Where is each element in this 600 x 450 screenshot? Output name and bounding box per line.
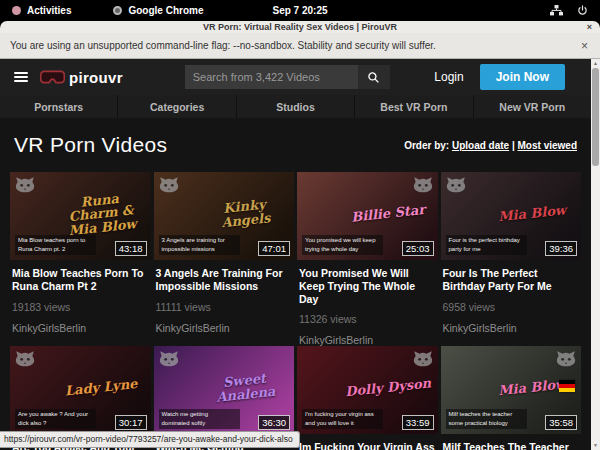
video-meta: Im Fucking Your Virgin Ass And You Will … (297, 434, 438, 450)
thumbnail-overlay-subtitle: Mia Blow teaches porn to Runa Charm pt. … (15, 235, 96, 255)
tab-close-icon[interactable]: × (587, 21, 592, 33)
search-input[interactable] (185, 65, 358, 89)
video-title[interactable]: Mia Blow Teaches Porn To Runa Charm Pt 2 (12, 267, 149, 294)
system-top-bar: Activities Google Chrome Sep 7 20:25 (0, 0, 600, 21)
video-thumbnail[interactable]: Dolly Dyson I'm fucking your virgin ass … (297, 346, 438, 434)
video-duration-badge: 35:58 (545, 415, 577, 430)
video-card[interactable]: Kinky Angels 3 Angels are training for i… (154, 172, 295, 346)
video-views: 11111 views (156, 301, 293, 313)
video-views: 11326 views (299, 313, 436, 325)
video-duration-badge: 39:36 (545, 241, 577, 256)
scrollbar-thumb[interactable] (592, 68, 599, 166)
thumbnail-overlay-subtitle: You promised we will keep trying the who… (302, 235, 383, 255)
video-title[interactable]: Four Is The Perfect Birthday Party For M… (443, 267, 580, 294)
menu-icon[interactable] (14, 72, 28, 82)
video-studio-link[interactable]: KinkyGirlsBerlin (299, 334, 436, 346)
video-studio-link[interactable]: KinkyGirlsBerlin (156, 322, 293, 334)
video-thumbnail[interactable]: Kinky Angels 3 Angels are training for i… (154, 172, 295, 260)
status-url-tooltip: https://pirouvr.com/vr-porn-video/779325… (0, 431, 300, 448)
video-grid: Runa Charm & Mia Blow Mia Blow teaches p… (0, 172, 591, 450)
nav-item-new[interactable]: New VR Porn (474, 95, 591, 118)
scrollbar-down-icon[interactable]: ▼ (591, 441, 600, 450)
chrome-warning-infobar: You are using an unsupported command-lin… (0, 33, 600, 59)
site-logo-text: pirouvr (69, 69, 123, 86)
video-studio-link[interactable]: KinkyGirlsBerlin (12, 322, 149, 334)
scrollbar-up-icon[interactable]: ▲ (591, 59, 600, 68)
video-thumbnail[interactable]: Lady Lyne Are you awake ? And your dick … (10, 346, 151, 434)
video-duration-badge: 43:18 (115, 241, 147, 256)
browser-tab-bar: VR Porn: Virtual Reality Sex Videos | Pi… (0, 21, 600, 33)
browser-viewport: pirouvr Login Join Now Pornstars Categor… (0, 59, 600, 450)
video-card[interactable]: Dolly Dyson I'm fucking your virgin ass … (297, 346, 438, 450)
scrollbar[interactable]: ▲ ▼ (591, 59, 600, 450)
order-by: Order by: Upload date | Most viewed (404, 140, 577, 151)
main-nav: Pornstars Categories Studios Best VR Por… (0, 95, 591, 118)
video-thumbnail[interactable]: Sweet Analena Watch me getting dominated… (154, 346, 295, 434)
thumbnail-overlay-subtitle: Watch me getting dominated softly (159, 409, 240, 429)
video-title[interactable]: Im Fucking Your Virgin Ass And You Will … (299, 441, 436, 450)
video-meta: Milf Teaches The Teacher Some Practical … (441, 434, 582, 450)
site-logo[interactable]: pirouvr (40, 69, 123, 86)
order-most-viewed-link[interactable]: Most viewed (518, 140, 577, 151)
nav-item-pornstars[interactable]: Pornstars (0, 95, 117, 118)
video-card[interactable]: Mia Blow Four is the perfect birthday pa… (441, 172, 582, 346)
video-duration-badge: 30:17 (115, 415, 147, 430)
video-card[interactable]: Billie Star You promised we will keep tr… (297, 172, 438, 346)
nav-item-studios[interactable]: Studios (237, 95, 354, 118)
video-views: 19183 views (12, 301, 149, 313)
video-thumbnail[interactable]: Billie Star You promised we will keep tr… (297, 172, 438, 260)
search-button[interactable] (358, 65, 390, 89)
video-thumbnail[interactable]: Mia Blow Milf teaches the teacher some p… (441, 346, 582, 434)
video-studio-link[interactable]: KinkyGirlsBerlin (443, 322, 580, 334)
thumbnail-overlay-subtitle: Are you awake ? And your dick also ? (15, 409, 96, 429)
video-title[interactable]: Milf Teaches The Teacher Some Practical … (443, 441, 580, 450)
video-card[interactable]: Mia Blow Milf teaches the teacher some p… (441, 346, 582, 450)
german-flag-icon (559, 380, 575, 392)
network-tray-icon[interactable] (550, 5, 563, 16)
video-duration-badge: 25:03 (402, 241, 434, 256)
video-meta: Four Is The Perfect Birthday Party For M… (441, 260, 582, 334)
thumbnail-overlay-subtitle: Four is the perfect birthday party for m… (446, 235, 527, 255)
vr-goggles-icon (40, 70, 65, 84)
thumbnail-overlay-subtitle: 3 Angels are training for impossible mis… (159, 235, 240, 255)
infobar-close-icon[interactable]: × (581, 39, 588, 53)
join-now-button[interactable]: Join Now (480, 64, 565, 90)
video-thumbnail[interactable]: Runa Charm & Mia Blow Mia Blow teaches p… (10, 172, 151, 260)
heading-row: VR Porn Videos Order by: Upload date | M… (0, 118, 591, 172)
order-upload-date-link[interactable]: Upload date (452, 140, 509, 151)
video-duration-badge: 33:59 (402, 415, 434, 430)
video-meta: You Promised We Will Keep Trying The Who… (297, 260, 438, 346)
login-link[interactable]: Login (434, 70, 463, 84)
search-icon (367, 71, 380, 84)
site-header: pirouvr Login Join Now (0, 59, 591, 95)
video-thumbnail[interactable]: Mia Blow Four is the perfect birthday pa… (441, 172, 582, 260)
thumbnail-overlay-subtitle: Milf teaches the teacher some practical … (446, 409, 527, 429)
power-menu-icon[interactable] (577, 5, 588, 16)
warning-text: You are using an unsupported command-lin… (10, 40, 436, 51)
order-by-label: Order by: (404, 140, 449, 151)
system-clock[interactable]: Sep 7 20:25 (0, 5, 600, 16)
tab-title[interactable]: VR Porn: Virtual Reality Sex Videos | Pi… (203, 22, 397, 32)
nav-item-categories[interactable]: Categories (118, 95, 235, 118)
site-page: pirouvr Login Join Now Pornstars Categor… (0, 59, 591, 450)
video-card[interactable]: Runa Charm & Mia Blow Mia Blow teaches p… (10, 172, 151, 346)
nav-item-best[interactable]: Best VR Porn (355, 95, 472, 118)
video-views: 6958 views (443, 301, 580, 313)
video-meta: Mia Blow Teaches Porn To Runa Charm Pt 2… (10, 260, 151, 334)
video-meta: 3 Angels Are Training For Impossible Mis… (154, 260, 295, 334)
order-separator: | (512, 140, 515, 151)
thumbnail-overlay-subtitle: I'm fucking your virgin ass and you will… (302, 409, 383, 429)
video-duration-badge: 47:01 (258, 241, 290, 256)
page-title: VR Porn Videos (14, 133, 167, 157)
video-duration-badge: 36:30 (258, 415, 290, 430)
video-title[interactable]: 3 Angels Are Training For Impossible Mis… (156, 267, 293, 294)
video-title[interactable]: You Promised We Will Keep Trying The Who… (299, 267, 436, 306)
